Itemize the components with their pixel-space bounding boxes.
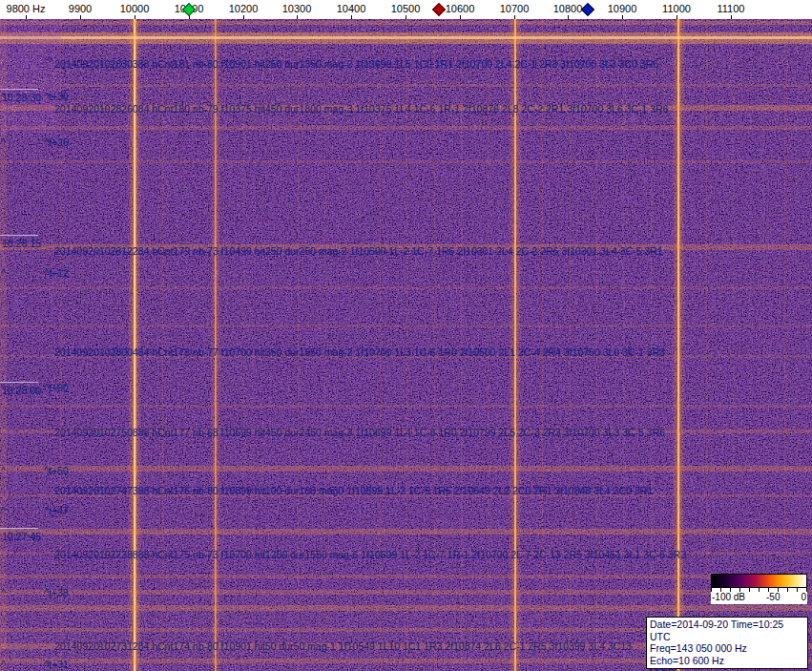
- db-colorbar-labels: -100 dB -50 0: [711, 592, 807, 604]
- freq-tickmark: [514, 15, 515, 19]
- freq-tickmark: [135, 15, 135, 19]
- freq-label: 11100: [718, 3, 745, 14]
- event-time-marker: ^t+12: [44, 267, 69, 279]
- freq-label: 10300: [282, 3, 312, 14]
- frequency-axis: 9800 Hz 9900 10000 10100 10200 10300 104…: [0, 0, 812, 19]
- db-colorbar-gradient: [711, 574, 807, 588]
- freq-tickmark: [568, 15, 569, 19]
- time-label: 10:28:30: [2, 92, 41, 103]
- blue-diamond-icon: [581, 3, 594, 16]
- freq-tickmark: [26, 15, 27, 19]
- event-time-marker: ^t+38: [44, 587, 69, 598]
- freq-label: 10200: [229, 3, 259, 14]
- db-mid-label: -50: [766, 592, 780, 603]
- event-time-marker: ^t+30: [44, 91, 69, 102]
- event-time-marker: ^t+26: [44, 136, 69, 148]
- event-data-line: 20140920102747388 hCnt176 nb-80 f10899 h…: [54, 485, 653, 496]
- edge-caret: ^: [1, 505, 6, 516]
- freq-label: 10800: [553, 3, 583, 14]
- edge-caret: ^: [1, 136, 6, 148]
- time-label: 10:28:00: [2, 385, 41, 396]
- event-data-line: 20140920102830388 hCnt181 nb-80 f10901 h…: [54, 58, 658, 70]
- freq-label: 10700: [500, 3, 530, 14]
- freq-tickmark: [460, 15, 461, 19]
- db-colorbar: -100 dB -50 0: [711, 574, 807, 604]
- info-line-station: HPHK: [650, 666, 804, 671]
- freq-label: 9800 Hz: [7, 3, 46, 14]
- info-box: Date=2014-09-20 Time=10:25 UTC Freq=143 …: [646, 617, 808, 669]
- event-time-marker: ^t+50: [44, 465, 69, 476]
- info-line-echo: Echo=10 600 Hz: [650, 655, 804, 667]
- time-label: 10:27:45: [2, 531, 41, 542]
- hot-speckle: [0, 19, 812, 671]
- event-data-line: 20140920102826084 hCnt180 nb-79 f10375 h…: [54, 103, 668, 115]
- freq-tickmark: [731, 15, 732, 19]
- freq-tickmark: [622, 15, 623, 19]
- event-data-line: 20140920102731284 hCnt174 nb-80 f10901 h…: [54, 640, 632, 652]
- edge-caret: ^: [1, 465, 6, 476]
- freq-label: 10400: [337, 3, 366, 14]
- freq-label: 11000: [662, 3, 691, 14]
- time-label: 10:28:15: [2, 238, 41, 249]
- freq-tickmark: [80, 15, 81, 19]
- event-data-line: 20140920102738888 hCnt175 nb-73 f10700 h…: [54, 549, 686, 560]
- freq-tickmark: [351, 15, 352, 19]
- spectrogram-image: [0, 19, 812, 671]
- freq-tickmark: [677, 15, 677, 19]
- freq-tickmark: [297, 15, 298, 19]
- spectrogram-canvas: [0, 19, 812, 671]
- event-data-line: 20140920102750888 hCnt177 nb-68 f10699 h…: [54, 427, 665, 438]
- freq-tickmark: [243, 15, 244, 19]
- caret-mark: ^: [47, 54, 52, 66]
- db-min-label: -100 dB: [712, 592, 745, 603]
- freq-label: 10500: [391, 3, 421, 14]
- red-diamond-icon: [432, 3, 446, 16]
- edge-caret: ^: [1, 91, 6, 102]
- time-tick-line: [0, 89, 38, 90]
- time-tick-line: [0, 528, 38, 529]
- event-data-line: 20140920102800484 hCnt178 nb-77 f10700 h…: [54, 346, 665, 358]
- event-data-line: 20140920102812284 hCnt179 nb-73 f10499 h…: [54, 245, 663, 257]
- freq-label: 10900: [608, 3, 637, 14]
- event-time-marker: ^t+31: [44, 659, 69, 670]
- freq-label: 9900: [69, 3, 92, 14]
- time-tick-line: [0, 382, 38, 383]
- meteor-spectrogram-screen: 9800 Hz 9900 10000 10100 10200 10300 104…: [0, 0, 812, 671]
- event-time-marker: ^t+00: [44, 382, 69, 393]
- event-time-marker: ^t+47: [44, 505, 69, 516]
- time-tick-line: [0, 235, 38, 236]
- edge-caret: ^: [1, 659, 6, 670]
- edge-caret: ^: [1, 587, 6, 598]
- edge-caret: ^: [1, 382, 6, 393]
- edge-caret: ^: [1, 267, 6, 279]
- db-max-label: 0: [801, 592, 806, 603]
- freq-label: 10000: [120, 3, 150, 14]
- freq-tickmark: [406, 15, 406, 19]
- freq-label: 10600: [446, 3, 475, 14]
- info-line-freq: Freq=143 050 000 Hz: [650, 642, 804, 655]
- info-line-date: Date=2014-09-20 Time=10:25 UTC: [650, 619, 804, 642]
